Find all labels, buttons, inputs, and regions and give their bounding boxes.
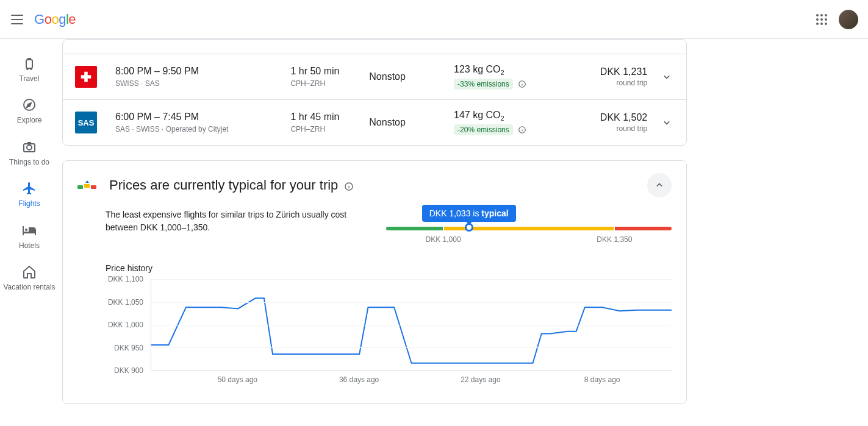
emissions-badge: -20% emissions	[454, 124, 513, 135]
y-tick: DKK 1,050	[108, 298, 143, 307]
col-price: DKK 1,231 round trip	[575, 66, 647, 87]
emissions-row: -20% emissions	[454, 122, 575, 135]
svg-rect-17	[77, 185, 83, 189]
x-axis-labels: 50 days ago36 days ago22 days ago8 days …	[151, 375, 672, 388]
svg-point-5	[825, 18, 827, 21]
flight-time: 8:00 PM – 9:50 PM	[115, 66, 290, 77]
svg-rect-19	[91, 185, 96, 189]
svg-point-0	[816, 14, 819, 16]
swiss-cross-icon	[79, 70, 93, 83]
col-price: DKK 1,502 round trip	[575, 112, 647, 133]
flight-airlines: SAS · SWISS · Operated by Cityjet	[115, 125, 290, 133]
insights-header: Prices are currently typical for your tr…	[63, 161, 686, 202]
trip-type: round trip	[575, 124, 647, 133]
svg-point-11	[30, 68, 32, 69]
header-right	[814, 10, 858, 29]
col-time: 8:00 PM – 9:50 PM SWISS · SAS	[115, 66, 290, 88]
col-duration: 1 hr 50 min CPH–ZRH	[290, 66, 369, 88]
flight-price: DKK 1,231	[575, 66, 647, 77]
nav-label: Things to do	[9, 158, 49, 166]
sidebar-item-explore[interactable]: Explore	[0, 90, 59, 132]
chevron-down-icon	[661, 71, 673, 83]
sidebar: Travel Explore Things to do Flights Hote…	[0, 39, 59, 299]
info-icon[interactable]	[518, 80, 526, 88]
gauge-seg-low	[386, 227, 443, 230]
insights-body: The least expensive flights for similar …	[63, 202, 686, 403]
airline-logo-swiss	[75, 66, 97, 88]
expand-button[interactable]	[659, 115, 674, 130]
google-logo[interactable]: Google	[34, 12, 76, 27]
flight-route: CPH–ZRH	[290, 79, 369, 88]
sidebar-item-things[interactable]: Things to do	[0, 132, 59, 174]
svg-point-8	[825, 23, 827, 25]
y-tick: DKK 950	[114, 344, 143, 352]
x-tick: 36 days ago	[339, 375, 379, 384]
expand-button[interactable]	[659, 69, 674, 84]
svg-point-1	[820, 14, 823, 16]
airline-logo-sas: SAS	[75, 112, 97, 133]
svg-point-14	[27, 145, 32, 150]
col-time: 6:00 PM – 7:45 PM SAS · SWISS · Operated…	[115, 112, 290, 133]
flight-duration: 1 hr 45 min	[290, 112, 369, 122]
collapse-button[interactable]	[647, 173, 672, 197]
sidebar-item-hotels[interactable]: Hotels	[0, 216, 59, 257]
explore-icon	[22, 98, 37, 112]
y-tick: DKK 1,100	[108, 275, 143, 283]
apps-icon[interactable]	[814, 12, 829, 27]
user-avatar[interactable]	[839, 10, 858, 29]
sidebar-item-flights[interactable]: Flights	[0, 174, 59, 215]
info-icon[interactable]	[344, 182, 354, 191]
menu-icon[interactable]	[10, 12, 24, 27]
col-emissions: 123 kg CO2 -33% emissions	[454, 64, 575, 90]
flight-stops: Nonstop	[369, 71, 454, 82]
nav-label: Explore	[17, 116, 42, 124]
emissions-badge: -33% emissions	[454, 79, 513, 90]
info-icon[interactable]	[518, 126, 526, 134]
x-tick: 50 days ago	[218, 375, 257, 384]
luggage-icon	[22, 56, 37, 71]
gauge-marker	[465, 223, 473, 232]
gauge-bar	[386, 227, 672, 230]
main-content: 8:00 PM – 9:50 PM SWISS · SAS 1 hr 50 mi…	[59, 39, 868, 426]
x-tick: 22 days ago	[461, 375, 500, 384]
flight-co2: 147 kg CO2	[454, 110, 575, 122]
y-tick: DKK 1,000	[108, 321, 143, 329]
price-insights-card: Prices are currently typical for your tr…	[62, 160, 687, 404]
price-history-title: Price history	[106, 263, 672, 273]
price-history-chart: DKK 1,100DKK 1,050DKK 1,000DKK 950DKK 90…	[106, 279, 672, 389]
insights-row: The least expensive flights for similar …	[106, 208, 672, 245]
flight-row[interactable]: 8:00 PM – 9:50 PM SWISS · SAS 1 hr 50 mi…	[63, 54, 686, 99]
flight-route: CPH–ZRH	[290, 125, 369, 133]
sidebar-item-travel[interactable]: Travel	[0, 49, 59, 90]
price-insights-icon	[77, 179, 97, 191]
flight-airlines: SWISS · SAS	[115, 79, 290, 88]
svg-point-6	[816, 23, 819, 25]
chevron-down-icon	[661, 116, 673, 129]
svg-point-7	[820, 23, 823, 25]
flight-results-card: 8:00 PM – 9:50 PM SWISS · SAS 1 hr 50 mi…	[62, 39, 687, 146]
gauge-label-low: DKK 1,000	[426, 235, 461, 244]
insights-title: Prices are currently typical for your tr…	[109, 177, 354, 193]
svg-rect-18	[84, 184, 90, 188]
flight-stops: Nonstop	[369, 117, 454, 128]
flight-time: 6:00 PM – 7:45 PM	[115, 112, 290, 122]
plane-icon	[22, 181, 37, 196]
y-axis-labels: DKK 1,100DKK 1,050DKK 1,000DKK 950DKK 90…	[106, 279, 148, 371]
insights-text: The least expensive flights for similar …	[106, 208, 362, 234]
gauge-seg-high	[615, 227, 672, 230]
house-icon	[22, 264, 37, 279]
top-header: Google	[0, 0, 868, 39]
price-gauge: DKK 1,033 is typical DKK 1,000 DKK 1,350	[386, 208, 672, 245]
chevron-up-icon	[653, 179, 665, 191]
flight-duration: 1 hr 50 min	[290, 66, 369, 77]
svg-rect-9	[26, 60, 32, 68]
camera-icon	[22, 140, 37, 154]
chart-plot-area	[151, 279, 672, 371]
svg-point-3	[816, 18, 819, 21]
bed-icon	[22, 223, 37, 238]
x-tick: 8 days ago	[584, 375, 620, 384]
flight-price: DKK 1,502	[575, 112, 647, 123]
gauge-label-high: DKK 1,350	[597, 235, 632, 244]
flight-row[interactable]: SAS 6:00 PM – 7:45 PM SAS · SWISS · Oper…	[63, 99, 686, 145]
sidebar-item-rentals[interactable]: Vacation rentals	[0, 257, 59, 299]
